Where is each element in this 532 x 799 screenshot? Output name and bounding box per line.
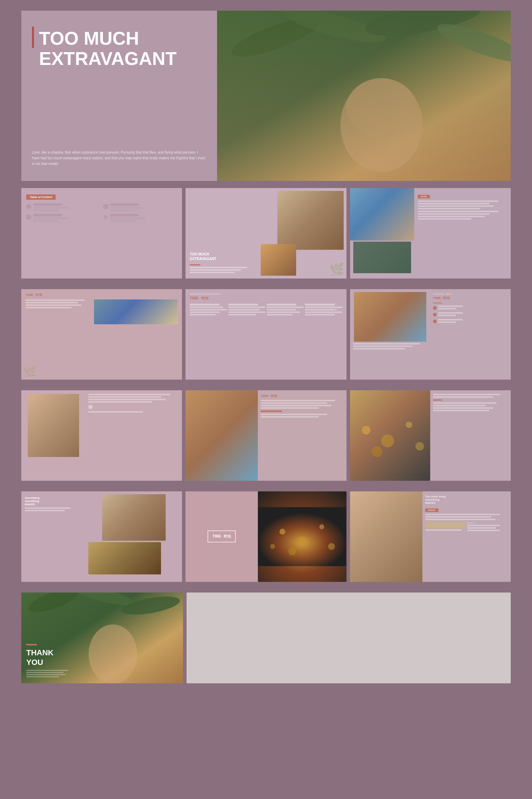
gray-placeholder-area	[187, 593, 511, 683]
time3-bar	[433, 303, 442, 303]
svg-point-23	[89, 624, 137, 683]
play-icon	[103, 215, 108, 220]
vintage-right	[85, 491, 182, 582]
settings-icon	[26, 215, 31, 220]
vintage-portrait	[102, 494, 166, 541]
vintage-inner: SomethingsomethingMAKES	[21, 491, 182, 582]
svg-point-6	[346, 78, 417, 137]
slide-time3: ENGAGE · WITH TIME · 时光	[350, 289, 511, 380]
time2-columns	[190, 304, 342, 316]
slides-grid-row3: TIME · 时光	[21, 390, 511, 491]
leaf-deco-1: 🌿	[23, 365, 36, 378]
svg-point-14	[297, 536, 307, 546]
time3-text-left	[350, 343, 431, 349]
hat-grid-2: 我的时光	[467, 522, 508, 532]
hero-image	[217, 11, 511, 181]
person-icon	[26, 204, 31, 209]
slides-grid-row1: Table of Content	[21, 188, 511, 289]
slide-portrait-woman	[21, 390, 182, 481]
alley-text-area: TIME · 时光	[258, 390, 346, 481]
toc-item-1	[26, 203, 100, 211]
slide-woman-hat: The other thingsomethingMAKES MAKES 我的时光	[350, 491, 511, 582]
toc-grid	[26, 203, 177, 222]
slide3-button[interactable]: MORE	[418, 195, 430, 198]
woman-hat-photo-area	[350, 491, 422, 582]
svg-point-9	[406, 421, 412, 428]
slide3-lines	[418, 200, 507, 220]
woman-hat-photo	[350, 491, 422, 582]
hero-right-panel	[217, 11, 511, 181]
alley-title: TIME · 时光	[261, 394, 343, 398]
thank-you-photo	[78, 593, 183, 683]
bokeh-accent	[433, 400, 508, 401]
hero-slide: TOO MUCH EXTRAVAGANT Love, like a shadow…	[21, 11, 511, 181]
circle-icon-3	[433, 320, 437, 323]
slide-toc: Table of Content	[21, 188, 182, 279]
svg-point-4	[434, 17, 511, 69]
slide-city-alley: TIME · 时光	[185, 390, 346, 481]
time1-inner: TIME · 时光 🌿	[21, 289, 182, 380]
slide3-left	[350, 188, 414, 279]
toc-item-2-text	[110, 203, 146, 211]
slide2-title: TOO MUCH EXTRAVAGANT	[190, 252, 254, 261]
vintage-title1: SomethingsomethingMAKES	[25, 496, 82, 506]
hat-thumbnail-1	[425, 522, 466, 529]
toc-item-4	[103, 214, 177, 222]
svg-point-16	[288, 547, 296, 555]
slide3-sky-photo	[350, 188, 414, 241]
slide-thank-you: THANK YOU	[21, 593, 183, 683]
time3-list-item3	[433, 319, 508, 324]
slide-time-outline: TIME · 时光	[185, 491, 346, 582]
slide2-portrait	[277, 191, 344, 250]
col4	[305, 304, 342, 316]
list-text2	[438, 312, 463, 317]
document-icon	[103, 204, 108, 209]
slide3-right: MORE	[414, 188, 511, 279]
bokeh-bar	[433, 400, 442, 401]
time-outline-left: TIME · 时光	[185, 491, 258, 582]
circle-icon-2	[433, 313, 437, 316]
hat-subtitle: 我的时光	[467, 522, 508, 525]
time3-list-item1	[433, 305, 508, 310]
list-text3	[438, 319, 463, 324]
bokeh-photo	[350, 390, 431, 481]
slide2-small-photo	[261, 244, 296, 276]
slide-toomuch: TOO MUCH EXTRAVAGANT 🌿	[185, 188, 346, 279]
hat-grid-1	[425, 522, 466, 532]
bottom-section: THANK YOU	[21, 593, 511, 694]
slide3-bottom-photo	[353, 242, 411, 273]
col1	[190, 304, 227, 316]
woman-hat-grid: 我的时光	[425, 522, 508, 532]
alley-photo-area	[185, 390, 258, 481]
time3-city-photo	[354, 292, 426, 342]
slide-sky: MORE	[350, 188, 511, 279]
time-outline-inner: TIME · 时光	[185, 491, 346, 582]
time3-sublabel: ENGAGE · WITH	[433, 293, 508, 295]
ty-accent-bar	[26, 644, 37, 645]
slide2-desc	[190, 267, 254, 274]
bokeh-text-area	[430, 390, 511, 481]
toc-item-2	[103, 203, 177, 211]
toc-item-1-text	[33, 203, 69, 211]
thank-you-lines	[26, 670, 73, 678]
portrait-photo-area	[21, 390, 85, 481]
pin-icon	[88, 405, 179, 409]
time3-title: TIME · 时光	[433, 296, 508, 301]
location-pin	[88, 405, 93, 409]
slides-grid-row2: TIME · 时光 🌿 SOMETHING SOMETHING TIME · 时…	[21, 289, 511, 390]
time-outline-box: TIME · 时光	[207, 530, 236, 542]
svg-point-18	[270, 544, 275, 549]
slides-grid-row4: SomethingsomethingMAKES TIME · 时光	[21, 491, 511, 593]
svg-point-11	[415, 442, 424, 451]
time3-right: ENGAGE · WITH TIME · 时光	[430, 289, 511, 380]
vintage-book-photo	[88, 542, 161, 574]
toc-item-3	[26, 214, 100, 222]
toc-item-3-text	[33, 214, 69, 222]
progress-bar	[261, 410, 282, 412]
time3-left	[350, 289, 431, 380]
list-text1	[438, 305, 463, 310]
thank-you-title: THANK YOU	[26, 648, 73, 667]
time2-sublabel: SOMETHING SOMETHING	[190, 293, 342, 295]
hero-title: TOO MUCH EXTRAVAGANT	[32, 28, 206, 69]
hero-accent-bar	[32, 27, 34, 48]
